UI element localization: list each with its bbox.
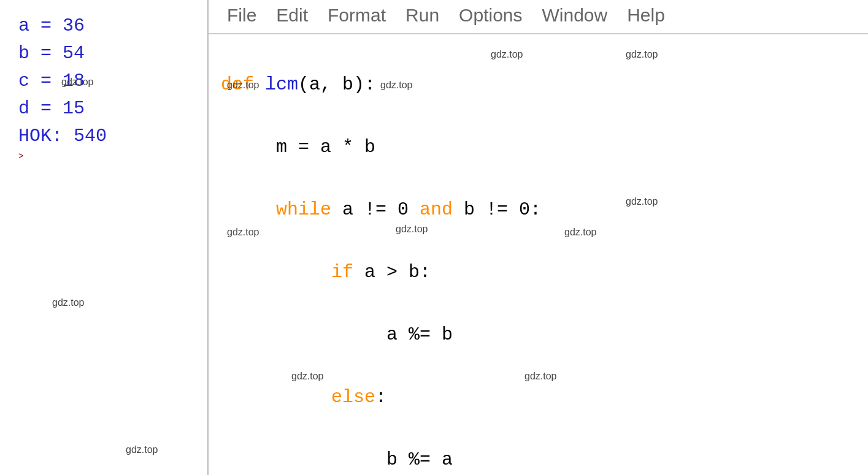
code-line: a %= b <box>221 319 868 351</box>
menu-format[interactable]: Format <box>328 5 386 26</box>
menu-run[interactable]: Run <box>405 5 439 26</box>
shell-prompt: > <box>18 150 201 163</box>
menu-file[interactable]: File <box>227 5 256 26</box>
code-line: else: <box>221 382 868 413</box>
code-line: if a > b: <box>221 257 868 288</box>
code-line: def lcm(a, b): <box>221 69 868 101</box>
shell-line: HOK: 540 <box>18 123 201 150</box>
shell-output-pane: a = 36 b = 54 c = 18 d = 15 HOK: 540 > <box>0 0 209 475</box>
menu-options[interactable]: Options <box>459 5 522 26</box>
menu-window[interactable]: Window <box>542 5 608 26</box>
editor-pane: File Edit Format Run Options Window Help… <box>209 0 868 475</box>
code-line: while a != 0 and b != 0: <box>221 194 868 226</box>
shell-line: d = 15 <box>18 95 201 123</box>
menu-edit[interactable]: Edit <box>276 5 308 26</box>
menu-help[interactable]: Help <box>627 5 665 26</box>
shell-line: c = 18 <box>18 67 201 95</box>
code-line: b %= a <box>221 444 868 475</box>
code-line: m = a * b <box>221 132 868 163</box>
shell-line: a = 36 <box>18 12 201 40</box>
shell-line: b = 54 <box>18 40 201 67</box>
code-editor[interactable]: def lcm(a, b): m = a * b while a != 0 an… <box>209 34 868 475</box>
menubar: File Edit Format Run Options Window Help <box>209 0 868 34</box>
